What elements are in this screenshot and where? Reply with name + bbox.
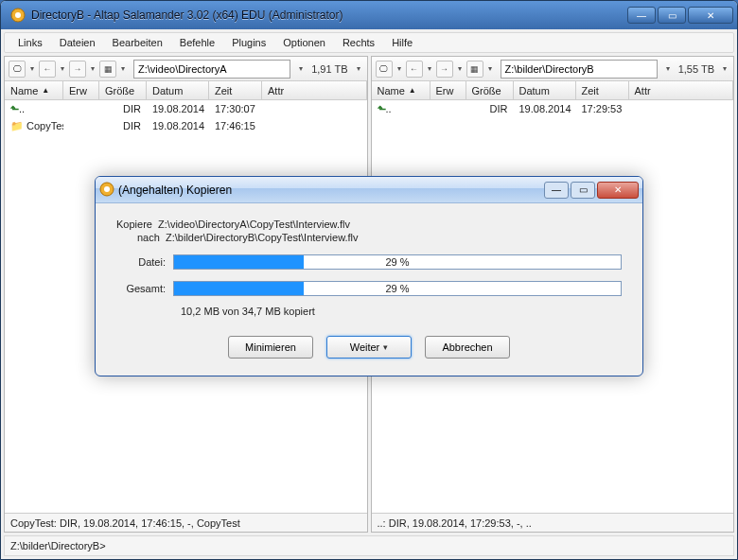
- btn-label: Weiter: [350, 341, 380, 353]
- dialog-close-button[interactable]: ✕: [597, 182, 639, 199]
- drive-dropdown[interactable]: ▾: [395, 61, 404, 78]
- list-item[interactable]: ⬑.. DIR 19.08.2014 17:29:53: [372, 100, 734, 117]
- list-item[interactable]: ⬑.. DIR 19.08.2014 17:30:07: [5, 100, 367, 117]
- col-name[interactable]: Name▲: [372, 81, 430, 99]
- dialog-minimize-button[interactable]: —: [544, 182, 569, 199]
- sort-asc-icon: ▲: [409, 86, 416, 95]
- path-dropdown[interactable]: ▾: [663, 61, 673, 78]
- app-icon: [99, 182, 114, 199]
- up-icon: ⬑: [378, 103, 386, 114]
- window-title: DirectoryB - Altap Salamander 3.02 (x64)…: [31, 9, 627, 22]
- col-name[interactable]: Name▲: [5, 81, 63, 99]
- col-datum[interactable]: Datum: [514, 81, 576, 99]
- col-groesse[interactable]: Größe: [99, 81, 147, 99]
- col-erw[interactable]: Erw: [63, 81, 99, 99]
- drive-icon[interactable]: 🖵: [376, 61, 393, 78]
- file-size: DIR: [99, 103, 147, 114]
- total-progress-text: 29 %: [174, 282, 621, 295]
- menu-plugins[interactable]: Plugins: [224, 35, 273, 50]
- back-dropdown[interactable]: ▾: [58, 61, 67, 78]
- path-dropdown[interactable]: ▾: [296, 61, 306, 78]
- drive-icon[interactable]: 🖵: [9, 61, 26, 78]
- left-free: 1,91 TB: [308, 63, 351, 75]
- copy-to-path: Z:\bilder\DirectoryB\CopyTest\Interview.…: [166, 232, 359, 243]
- list-item[interactable]: 📁 CopyTest DIR 19.08.2014 17:46:15: [5, 117, 367, 134]
- view-button[interactable]: ▦: [466, 61, 483, 78]
- titlebar[interactable]: DirectoryB - Altap Salamander 3.02 (x64)…: [1, 1, 737, 29]
- file-progress-bar: 29 %: [173, 254, 622, 270]
- menu-dateien[interactable]: Dateien: [52, 35, 103, 50]
- total-progress-row: Gesamt: 29 %: [116, 281, 622, 296]
- maximize-button[interactable]: ▭: [658, 7, 686, 24]
- right-path[interactable]: Z:\bilder\DirectoryB: [501, 60, 658, 79]
- file-time: 17:30:07: [209, 103, 262, 114]
- command-line[interactable]: Z:\bilder\DirectoryB>: [4, 535, 734, 556]
- col-erw[interactable]: Erw: [430, 81, 466, 99]
- dialog-titlebar[interactable]: (Angehalten) Kopieren — ▭ ✕: [96, 177, 642, 203]
- free-dropdown[interactable]: ▾: [720, 61, 729, 78]
- col-zeit[interactable]: Zeit: [209, 81, 262, 99]
- right-free: 1,55 TB: [675, 63, 718, 75]
- forward-dropdown[interactable]: ▾: [455, 61, 465, 78]
- file-date: 19.08.2014: [147, 103, 209, 114]
- file-time: 17:46:15: [209, 120, 262, 131]
- free-dropdown[interactable]: ▾: [354, 61, 363, 78]
- file-date: 19.08.2014: [514, 103, 576, 114]
- right-header: Name▲ Erw Größe Datum Zeit Attr: [372, 81, 734, 100]
- file-progress-row: Datei: 29 %: [116, 254, 622, 270]
- menu-optionen[interactable]: Optionen: [275, 35, 333, 50]
- file-size: DIR: [466, 103, 514, 114]
- drive-dropdown[interactable]: ▾: [27, 61, 37, 78]
- dialog-buttons: Minimieren Weiter▾ Abbrechen: [116, 336, 622, 359]
- col-name-label: Name: [10, 85, 38, 96]
- file-size: DIR: [99, 120, 147, 131]
- dialog-title: (Angehalten) Kopieren: [114, 184, 542, 197]
- file-date: 19.08.2014: [147, 120, 209, 131]
- svg-point-3: [104, 186, 110, 192]
- col-attr[interactable]: Attr: [629, 81, 734, 99]
- file-name: ..: [386, 103, 392, 114]
- folder-icon: 📁: [10, 120, 24, 131]
- copy-from-label: Kopiere: [116, 219, 152, 230]
- minimize-button[interactable]: —: [627, 7, 656, 24]
- menubar: Links Dateien Bearbeiten Befehle Plugins…: [4, 32, 734, 53]
- menu-links[interactable]: Links: [10, 35, 50, 50]
- close-button[interactable]: ✕: [688, 7, 733, 24]
- back-dropdown[interactable]: ▾: [425, 61, 434, 78]
- continue-button[interactable]: Weiter▾: [326, 336, 412, 359]
- left-path[interactable]: Z:\video\DirectoryA: [133, 60, 290, 79]
- btn-label: Abbrechen: [442, 341, 492, 353]
- svg-point-1: [15, 12, 21, 18]
- col-groesse[interactable]: Größe: [466, 81, 514, 99]
- back-button[interactable]: ←: [406, 61, 423, 78]
- left-status: CopyTest: DIR, 19.08.2014, 17:46:15, -, …: [5, 513, 367, 532]
- copy-dialog: (Angehalten) Kopieren — ▭ ✕ Kopiere Z:\v…: [95, 176, 643, 376]
- col-datum[interactable]: Datum: [147, 81, 209, 99]
- forward-dropdown[interactable]: ▾: [88, 61, 97, 78]
- forward-button[interactable]: →: [436, 61, 453, 78]
- menu-befehle[interactable]: Befehle: [172, 35, 222, 50]
- view-dropdown[interactable]: ▾: [485, 61, 495, 78]
- sort-asc-icon: ▲: [42, 86, 49, 95]
- dialog-maximize-button[interactable]: ▭: [571, 182, 595, 199]
- col-attr[interactable]: Attr: [262, 81, 367, 99]
- chevron-down-icon: ▾: [383, 342, 388, 352]
- total-progress-bar: 29 %: [173, 281, 622, 296]
- file-progress-text: 29 %: [174, 255, 621, 269]
- back-button[interactable]: ←: [39, 61, 56, 78]
- left-toolbar: 🖵 ▾ ← ▾ → ▾ ▦ ▾ Z:\video\DirectoryA ▾ 1,…: [5, 57, 367, 81]
- menu-rechts[interactable]: Rechts: [335, 35, 382, 50]
- forward-button[interactable]: →: [69, 61, 86, 78]
- file-time: 17:29:53: [576, 103, 629, 114]
- cancel-button[interactable]: Abbrechen: [425, 336, 510, 359]
- view-dropdown[interactable]: ▾: [118, 61, 128, 78]
- left-header: Name▲ Erw Größe Datum Zeit Attr: [5, 81, 367, 100]
- file-name: ..: [19, 103, 25, 114]
- menu-bearbeiten[interactable]: Bearbeiten: [105, 35, 170, 50]
- up-icon: ⬑: [10, 103, 19, 114]
- menu-hilfe[interactable]: Hilfe: [384, 35, 420, 50]
- view-button[interactable]: ▦: [99, 61, 116, 78]
- file-progress-label: Datei:: [116, 256, 173, 268]
- minimize-button[interactable]: Minimieren: [228, 336, 313, 359]
- col-zeit[interactable]: Zeit: [576, 81, 629, 99]
